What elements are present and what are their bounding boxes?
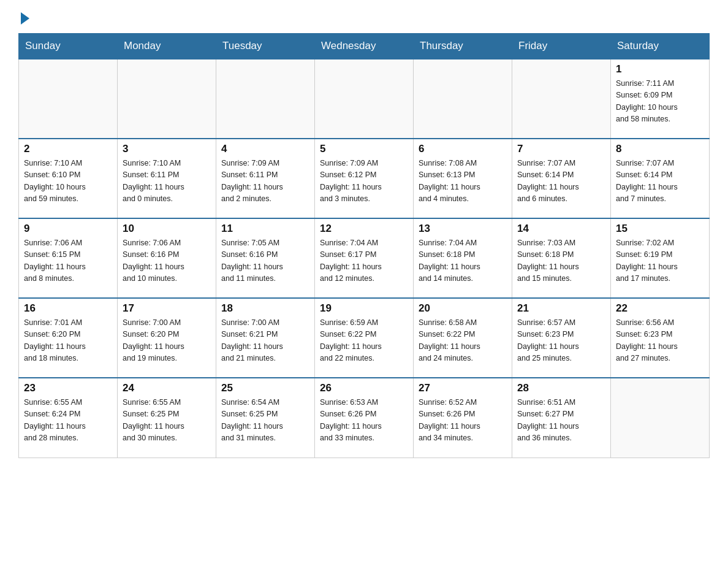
day-info: Sunrise: 7:07 AM Sunset: 6:14 PM Dayligh…: [517, 158, 605, 205]
day-number: 15: [616, 223, 704, 235]
day-info: Sunrise: 7:09 AM Sunset: 6:12 PM Dayligh…: [320, 158, 408, 205]
calendar-week-row: 9Sunrise: 7:06 AM Sunset: 6:15 PM Daylig…: [19, 218, 710, 298]
calendar-cell: 16Sunrise: 7:01 AM Sunset: 6:20 PM Dayli…: [19, 298, 118, 378]
calendar-week-row: 1Sunrise: 7:11 AM Sunset: 6:09 PM Daylig…: [19, 59, 710, 139]
logo-general-text: [18, 12, 29, 25]
calendar-header-row: SundayMondayTuesdayWednesdayThursdayFrid…: [19, 34, 710, 59]
calendar-cell: 23Sunrise: 6:55 AM Sunset: 6:24 PM Dayli…: [19, 378, 118, 458]
day-info: Sunrise: 6:56 AM Sunset: 6:23 PM Dayligh…: [616, 317, 704, 365]
day-info: Sunrise: 7:11 AM Sunset: 6:09 PM Dayligh…: [616, 78, 704, 126]
calendar-cell: 19Sunrise: 6:59 AM Sunset: 6:22 PM Dayli…: [315, 298, 414, 378]
day-info: Sunrise: 7:09 AM Sunset: 6:11 PM Dayligh…: [221, 158, 309, 205]
day-number: 2: [24, 143, 112, 155]
day-number: 8: [616, 143, 704, 155]
day-number: 4: [221, 143, 309, 155]
calendar-cell: 15Sunrise: 7:02 AM Sunset: 6:19 PM Dayli…: [611, 218, 710, 298]
calendar-table: SundayMondayTuesdayWednesdayThursdayFrid…: [18, 33, 710, 458]
calendar-cell: [512, 59, 611, 139]
day-info: Sunrise: 7:00 AM Sunset: 6:21 PM Dayligh…: [221, 317, 309, 365]
day-number: 12: [320, 223, 408, 235]
day-number: 24: [123, 382, 211, 394]
calendar-cell: 9Sunrise: 7:06 AM Sunset: 6:15 PM Daylig…: [19, 218, 118, 298]
day-number: 13: [419, 223, 507, 235]
day-number: 17: [123, 302, 211, 315]
calendar-cell: 14Sunrise: 7:03 AM Sunset: 6:18 PM Dayli…: [512, 218, 611, 298]
day-info: Sunrise: 6:52 AM Sunset: 6:26 PM Dayligh…: [419, 397, 507, 445]
calendar-cell: 18Sunrise: 7:00 AM Sunset: 6:21 PM Dayli…: [216, 298, 315, 378]
day-info: Sunrise: 7:00 AM Sunset: 6:20 PM Dayligh…: [123, 317, 211, 365]
calendar-cell: 8Sunrise: 7:07 AM Sunset: 6:14 PM Daylig…: [611, 139, 710, 218]
day-info: Sunrise: 7:05 AM Sunset: 6:16 PM Dayligh…: [221, 237, 309, 285]
day-info: Sunrise: 6:54 AM Sunset: 6:25 PM Dayligh…: [221, 397, 309, 445]
calendar-cell: 12Sunrise: 7:04 AM Sunset: 6:17 PM Dayli…: [315, 218, 414, 298]
calendar-cell: 10Sunrise: 7:06 AM Sunset: 6:16 PM Dayli…: [118, 218, 216, 298]
day-info: Sunrise: 7:08 AM Sunset: 6:13 PM Dayligh…: [419, 158, 507, 205]
day-number: 9: [24, 223, 112, 235]
calendar-cell: 6Sunrise: 7:08 AM Sunset: 6:13 PM Daylig…: [414, 139, 512, 218]
day-number: 5: [320, 143, 408, 155]
day-info: Sunrise: 7:02 AM Sunset: 6:19 PM Dayligh…: [616, 237, 704, 285]
calendar-cell: [118, 59, 216, 139]
day-number: 20: [419, 302, 507, 315]
day-number: 25: [221, 382, 309, 394]
calendar-cell: 4Sunrise: 7:09 AM Sunset: 6:11 PM Daylig…: [216, 139, 315, 218]
day-header-sunday: Sunday: [19, 34, 118, 59]
day-info: Sunrise: 7:01 AM Sunset: 6:20 PM Dayligh…: [24, 317, 112, 365]
calendar-cell: 27Sunrise: 6:52 AM Sunset: 6:26 PM Dayli…: [414, 378, 512, 458]
logo-arrow-icon: [21, 12, 29, 25]
day-number: 19: [320, 302, 408, 315]
calendar-week-row: 23Sunrise: 6:55 AM Sunset: 6:24 PM Dayli…: [19, 378, 710, 458]
day-number: 22: [616, 302, 704, 315]
day-info: Sunrise: 7:06 AM Sunset: 6:16 PM Dayligh…: [123, 237, 211, 285]
day-info: Sunrise: 6:55 AM Sunset: 6:25 PM Dayligh…: [123, 397, 211, 445]
day-info: Sunrise: 7:10 AM Sunset: 6:11 PM Dayligh…: [123, 158, 211, 205]
calendar-cell: 7Sunrise: 7:07 AM Sunset: 6:14 PM Daylig…: [512, 139, 611, 218]
calendar-cell: 20Sunrise: 6:58 AM Sunset: 6:22 PM Dayli…: [414, 298, 512, 378]
day-number: 18: [221, 302, 309, 315]
day-number: 7: [517, 143, 605, 155]
day-header-friday: Friday: [512, 34, 611, 59]
day-header-thursday: Thursday: [414, 34, 512, 59]
calendar-cell: 25Sunrise: 6:54 AM Sunset: 6:25 PM Dayli…: [216, 378, 315, 458]
page-header: [18, 12, 710, 21]
calendar-cell: 2Sunrise: 7:10 AM Sunset: 6:10 PM Daylig…: [19, 139, 118, 218]
calendar-cell: [216, 59, 315, 139]
calendar-week-row: 16Sunrise: 7:01 AM Sunset: 6:20 PM Dayli…: [19, 298, 710, 378]
day-info: Sunrise: 7:06 AM Sunset: 6:15 PM Dayligh…: [24, 237, 112, 285]
day-header-monday: Monday: [118, 34, 216, 59]
day-number: 21: [517, 302, 605, 315]
calendar-cell: 5Sunrise: 7:09 AM Sunset: 6:12 PM Daylig…: [315, 139, 414, 218]
day-info: Sunrise: 6:51 AM Sunset: 6:27 PM Dayligh…: [517, 397, 605, 445]
calendar-cell: 26Sunrise: 6:53 AM Sunset: 6:26 PM Dayli…: [315, 378, 414, 458]
calendar-cell: [19, 59, 118, 139]
day-info: Sunrise: 7:03 AM Sunset: 6:18 PM Dayligh…: [517, 237, 605, 285]
day-info: Sunrise: 6:53 AM Sunset: 6:26 PM Dayligh…: [320, 397, 408, 445]
day-info: Sunrise: 7:04 AM Sunset: 6:18 PM Dayligh…: [419, 237, 507, 285]
calendar-week-row: 2Sunrise: 7:10 AM Sunset: 6:10 PM Daylig…: [19, 139, 710, 218]
day-info: Sunrise: 7:07 AM Sunset: 6:14 PM Dayligh…: [616, 158, 704, 205]
day-info: Sunrise: 6:59 AM Sunset: 6:22 PM Dayligh…: [320, 317, 408, 365]
day-number: 27: [419, 382, 507, 394]
day-header-wednesday: Wednesday: [315, 34, 414, 59]
calendar-cell: 3Sunrise: 7:10 AM Sunset: 6:11 PM Daylig…: [118, 139, 216, 218]
day-info: Sunrise: 6:58 AM Sunset: 6:22 PM Dayligh…: [419, 317, 507, 365]
calendar-cell: 22Sunrise: 6:56 AM Sunset: 6:23 PM Dayli…: [611, 298, 710, 378]
calendar-cell: 28Sunrise: 6:51 AM Sunset: 6:27 PM Dayli…: [512, 378, 611, 458]
day-number: 26: [320, 382, 408, 394]
day-number: 14: [517, 223, 605, 235]
calendar-cell: [414, 59, 512, 139]
day-info: Sunrise: 7:04 AM Sunset: 6:17 PM Dayligh…: [320, 237, 408, 285]
day-number: 3: [123, 143, 211, 155]
day-header-saturday: Saturday: [611, 34, 710, 59]
day-number: 1: [616, 63, 704, 75]
calendar-cell: 17Sunrise: 7:00 AM Sunset: 6:20 PM Dayli…: [118, 298, 216, 378]
calendar-cell: 13Sunrise: 7:04 AM Sunset: 6:18 PM Dayli…: [414, 218, 512, 298]
day-header-tuesday: Tuesday: [216, 34, 315, 59]
calendar-cell: 1Sunrise: 7:11 AM Sunset: 6:09 PM Daylig…: [611, 59, 710, 139]
day-number: 16: [24, 302, 112, 315]
day-number: 10: [123, 223, 211, 235]
calendar-cell: 11Sunrise: 7:05 AM Sunset: 6:16 PM Dayli…: [216, 218, 315, 298]
day-info: Sunrise: 6:57 AM Sunset: 6:23 PM Dayligh…: [517, 317, 605, 365]
day-info: Sunrise: 7:10 AM Sunset: 6:10 PM Dayligh…: [24, 158, 112, 205]
day-number: 11: [221, 223, 309, 235]
